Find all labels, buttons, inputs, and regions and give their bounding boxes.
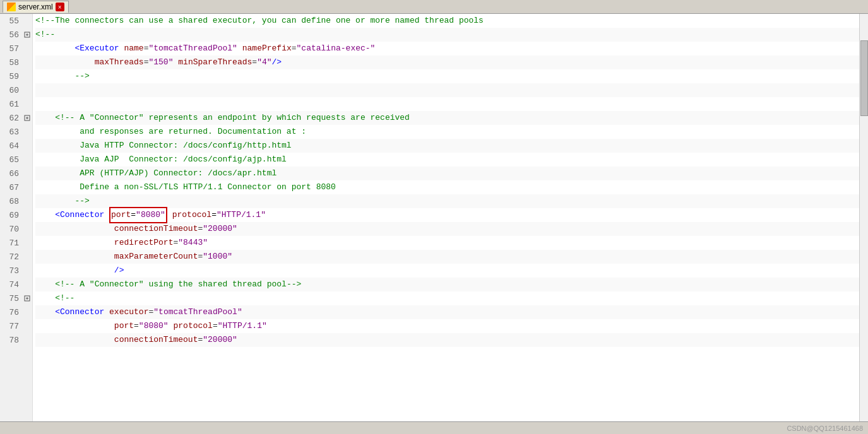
attr-token: maxParameterCount <box>114 250 198 264</box>
title-bar: server.xml × <box>0 0 868 14</box>
fold-icon <box>23 16 32 25</box>
vertical-scrollbar[interactable] <box>859 14 868 421</box>
fold-icon[interactable] <box>23 294 32 303</box>
code-line: <!-- A "Connector" using the shared thre… <box>35 278 868 291</box>
attr-token: executor <box>109 305 148 319</box>
comment-token: Define a non-SSL/TLS HTTP/1.1 Connector … <box>80 180 336 194</box>
line-number: 70 <box>0 225 23 234</box>
text-token <box>35 278 55 291</box>
file-tab[interactable]: server.xml × <box>3 1 69 13</box>
code-line: --> <box>35 194 868 208</box>
fold-icon[interactable] <box>23 114 32 122</box>
text-token <box>35 222 114 236</box>
comment-token: <!-- A "Connector" using the shared thre… <box>55 278 301 291</box>
text-token: = <box>198 333 203 347</box>
code-line: redirectPort="8443" <box>35 236 868 250</box>
text-token <box>35 69 74 83</box>
text-token <box>35 250 114 264</box>
line-number: 73 <box>0 266 23 276</box>
text-token <box>35 319 114 333</box>
code-line <box>35 83 868 97</box>
scrollbar-thumb[interactable] <box>860 40 868 116</box>
code-line: <!--The connectors can use a shared exec… <box>35 14 868 28</box>
watermark: CSDN@QQ1215461468 <box>787 425 863 432</box>
text-token <box>35 111 55 125</box>
text-token <box>237 42 242 56</box>
text-token: = <box>134 319 139 333</box>
gutter-row: 70 <box>0 222 32 236</box>
gutter-row: 66 <box>0 167 32 180</box>
code-line: port="8080" protocol="HTTP/1.1" <box>35 319 868 333</box>
text-token <box>35 194 74 208</box>
fold-icon <box>23 197 32 206</box>
text-token <box>35 180 80 194</box>
line-number: 72 <box>0 252 23 262</box>
port-highlight-box: port="8080" <box>109 207 167 223</box>
tag-token: <Executor <box>74 42 119 56</box>
gutter-row: 67 <box>0 180 32 194</box>
line-number: 67 <box>0 183 23 192</box>
gutter-row: 77 <box>0 319 32 333</box>
text-token <box>35 153 80 167</box>
attr-token: connectionTimeout <box>114 222 198 236</box>
text-token <box>35 305 55 319</box>
attr-token: port <box>114 319 134 333</box>
line-number: 60 <box>0 86 23 95</box>
line-number: 75 <box>0 294 23 303</box>
fold-icon <box>23 225 32 233</box>
fold-icon <box>23 322 32 331</box>
fold-icon <box>23 266 32 275</box>
line-number: 58 <box>0 58 23 67</box>
line-number: 74 <box>0 280 23 290</box>
comment-token: APR (HTTP/AJP) Connector: /docs/apr.html <box>80 167 276 180</box>
text-token: = <box>148 305 153 319</box>
attr-token: minSpareThreads <box>178 56 252 69</box>
fold-icon <box>23 86 32 95</box>
fold-icon[interactable] <box>23 30 32 39</box>
code-line: Java AJP Connector: /docs/config/ajp.htm… <box>35 153 868 167</box>
line-number: 61 <box>0 100 23 109</box>
comment-token: --> <box>74 69 89 83</box>
gutter-row: 60 <box>0 83 32 97</box>
text-token <box>35 264 114 278</box>
code-line: <Connector executor="tomcatThreadPool" <box>35 305 868 319</box>
line-number: 65 <box>0 155 23 165</box>
close-tab-button[interactable]: × <box>56 3 64 11</box>
code-line: <Connector port="8080" protocol="HTTP/1.… <box>35 208 868 222</box>
line-number: 78 <box>0 336 23 345</box>
code-line: connectionTimeout="20000" <box>35 222 868 236</box>
text-token: = <box>173 236 178 250</box>
attr-token: protocol <box>173 319 212 333</box>
comment-token: --> <box>74 194 89 208</box>
comment-token: <!-- A "Connector" represents an endpoin… <box>55 111 410 125</box>
text-token <box>173 56 178 69</box>
gutter-row: 78 <box>0 333 32 347</box>
value-token: "150" <box>148 56 173 69</box>
attr-token: name <box>124 42 143 56</box>
text-token: = <box>292 42 297 56</box>
tag-token: <Connector <box>55 305 104 319</box>
editor-container: 5556575859606162636465666768697071727374… <box>0 14 868 421</box>
text-token: = <box>144 42 149 56</box>
code-line: and responses are returned. Documentatio… <box>35 125 868 139</box>
text-token <box>35 291 55 305</box>
text-token <box>35 167 80 180</box>
value-token: "tomcatThreadPool" <box>153 305 242 319</box>
value-token: "tomcatThreadPool" <box>148 42 237 56</box>
code-line: <Executor name="tomcatThreadPool" namePr… <box>35 42 868 56</box>
fold-icon <box>23 308 32 317</box>
code-area[interactable]: <!--The connectors can use a shared exec… <box>33 14 868 421</box>
value-token: "8080" <box>139 319 169 333</box>
fold-icon <box>23 58 32 67</box>
attr-token: connectionTimeout <box>114 333 198 347</box>
gutter-row: 75 <box>0 291 32 305</box>
comment-token: Java AJP Connector: /docs/config/ajp.htm… <box>80 153 287 167</box>
attr-token: namePrefix <box>242 42 292 56</box>
line-number: 69 <box>0 211 23 220</box>
gutter-row: 73 <box>0 264 32 278</box>
status-bar: CSDN@QQ1215461468 <box>0 421 868 434</box>
fold-icon <box>23 183 32 192</box>
text-token <box>169 319 174 333</box>
line-number: 76 <box>0 308 23 317</box>
fold-icon <box>23 155 32 164</box>
